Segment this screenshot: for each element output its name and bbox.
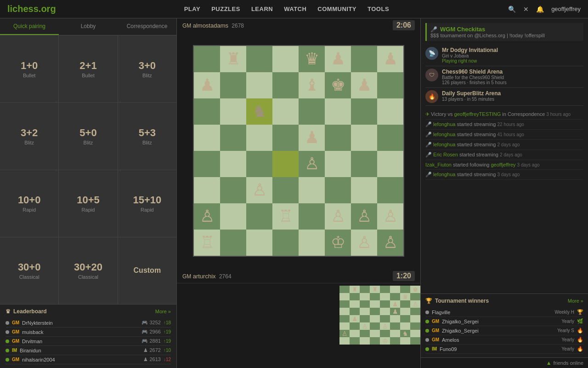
square-g2[interactable]: ♙ xyxy=(351,203,377,230)
puzzle-board[interactable]: ♜ ♜ ♚ ♛ ♟ xyxy=(339,286,420,345)
activity-link-6[interactable]: Izak_Fiuton xyxy=(425,162,452,167)
square-f2[interactable]: ♙ xyxy=(325,203,351,230)
square-b6[interactable] xyxy=(220,98,246,125)
square-c3[interactable]: ♙ xyxy=(246,177,272,203)
leaderboard-more[interactable]: More » xyxy=(155,309,171,314)
notification-icon[interactable]: 🔔 xyxy=(536,6,544,13)
square-b3[interactable] xyxy=(220,177,246,203)
square-e1[interactable] xyxy=(299,230,325,256)
square-a7[interactable]: ♟ xyxy=(194,72,220,98)
game-mode-5-0[interactable]: 5+0Blitz xyxy=(59,103,117,169)
square-a5[interactable] xyxy=(194,125,220,151)
featured-stream[interactable]: 🎤 WGM Checkitas $$$ tournament on @Liche… xyxy=(425,23,583,41)
search-icon[interactable]: 🔍 xyxy=(508,6,516,13)
square-c5[interactable] xyxy=(246,125,272,151)
square-h6[interactable] xyxy=(377,98,403,125)
square-d3[interactable] xyxy=(272,177,299,203)
square-e6[interactable] xyxy=(299,98,325,125)
friends-text[interactable]: friends online xyxy=(554,360,583,366)
challenge-icon[interactable]: ✕ xyxy=(523,6,529,13)
square-h3[interactable] xyxy=(377,177,403,203)
square-c2[interactable] xyxy=(246,203,272,230)
square-c6[interactable]: ♞ xyxy=(246,98,272,125)
square-h2[interactable]: ♙ xyxy=(377,203,403,230)
activity-link-3[interactable]: lefonghua xyxy=(433,132,455,137)
square-c4[interactable] xyxy=(246,151,272,177)
lb-name-1[interactable]: DrNykterstein xyxy=(22,320,139,326)
activity-link-6b[interactable]: geoffjeffrey xyxy=(491,162,515,167)
square-d6[interactable] xyxy=(272,98,299,125)
lb-name-3[interactable]: Drvitman xyxy=(22,339,139,344)
square-b5[interactable] xyxy=(220,125,246,151)
square-g8[interactable] xyxy=(351,46,377,72)
square-f3[interactable] xyxy=(325,177,351,203)
game-mode-15-10[interactable]: 15+10Rapid xyxy=(118,170,176,237)
square-g3[interactable] xyxy=(351,177,377,203)
game-mode-custom[interactable]: Custom xyxy=(118,237,176,304)
event-daily-blitz[interactable]: 🔥 Daily SuperBlitz Arena 13 players · in… xyxy=(425,88,583,106)
square-d8[interactable] xyxy=(272,46,299,72)
nav-watch[interactable]: WATCH xyxy=(284,6,306,12)
square-c7[interactable] xyxy=(246,72,272,98)
square-c1[interactable] xyxy=(246,230,272,256)
lb-name-5[interactable]: nihalsarin2004 xyxy=(22,357,141,362)
tw-name-5[interactable]: Funo09 xyxy=(440,346,559,352)
username[interactable]: geoffjeffrey xyxy=(551,6,581,12)
square-d7[interactable] xyxy=(272,72,299,98)
square-b4[interactable] xyxy=(220,151,246,177)
square-f1[interactable]: ♔ xyxy=(325,230,351,256)
game-mode-30-20[interactable]: 30+20Classical xyxy=(59,237,117,304)
square-f4[interactable] xyxy=(325,151,351,177)
square-a8[interactable] xyxy=(194,46,220,72)
square-e7[interactable]: ♝ xyxy=(299,72,325,98)
square-d4[interactable] xyxy=(272,151,299,177)
bottom-player-username[interactable]: arturchix xyxy=(193,273,216,280)
lb-name-4[interactable]: Biranidun xyxy=(20,348,141,353)
square-h5[interactable] xyxy=(377,125,403,151)
square-b1[interactable] xyxy=(220,230,246,256)
square-e4[interactable]: ♙ xyxy=(299,151,325,177)
square-h8[interactable]: ♟ xyxy=(377,46,403,72)
activity-link-7[interactable]: lefonghua xyxy=(433,172,455,177)
game-mode-3-0[interactable]: 3+0Blitz xyxy=(118,35,176,102)
square-a1[interactable]: ♖ xyxy=(194,230,220,256)
lb-name-2[interactable]: muisback xyxy=(22,329,139,335)
top-player-username[interactable]: almostadams xyxy=(193,22,228,29)
game-mode-1-0[interactable]: 1+0Bullet xyxy=(0,35,58,102)
square-g1[interactable]: ♙ xyxy=(351,230,377,256)
tw-name-2[interactable]: Zhigalko_Sergei xyxy=(442,319,559,324)
nav-learn[interactable]: LEARN xyxy=(251,6,273,12)
square-c8[interactable] xyxy=(246,46,272,72)
game-mode-2-1[interactable]: 2+1Bullet xyxy=(59,35,117,102)
square-a3[interactable] xyxy=(194,177,220,203)
square-f6[interactable] xyxy=(325,98,351,125)
tournament-more[interactable]: More » xyxy=(568,298,583,304)
square-f8[interactable]: ♟ xyxy=(325,46,351,72)
square-a2[interactable]: ♙ xyxy=(194,203,220,230)
game-mode-5-3[interactable]: 5+3Blitz xyxy=(118,103,176,169)
tab-lobby[interactable]: Lobby xyxy=(59,18,118,35)
nav-play[interactable]: PLAY xyxy=(184,6,200,12)
square-h7[interactable] xyxy=(377,72,403,98)
activity-link-5[interactable]: Eric Rosen xyxy=(433,152,458,157)
square-g6[interactable] xyxy=(351,98,377,125)
square-b8[interactable]: ♜ xyxy=(220,46,246,72)
square-d5[interactable] xyxy=(272,125,299,151)
square-f5[interactable] xyxy=(325,125,351,151)
nav-community[interactable]: COMMUNITY xyxy=(317,6,356,12)
chess-board[interactable]: ♜ ♛ ♟ ♟ ♟ ♝ ♚ ♟ xyxy=(193,45,404,257)
square-e2[interactable] xyxy=(299,203,325,230)
square-g5[interactable] xyxy=(351,125,377,151)
game-mode-10-0[interactable]: 10+0Rapid xyxy=(0,170,58,237)
square-a4[interactable] xyxy=(194,151,220,177)
tw-name-1[interactable]: Flagville xyxy=(432,310,552,315)
game-mode-30-0[interactable]: 30+0Classical xyxy=(0,237,58,304)
square-d1[interactable] xyxy=(272,230,299,256)
game-mode-10-5[interactable]: 10+5Rapid xyxy=(59,170,117,237)
square-e3[interactable] xyxy=(299,177,325,203)
game-mode-3-2[interactable]: 3+2Blitz xyxy=(0,103,58,169)
square-g4[interactable] xyxy=(351,151,377,177)
square-e8[interactable]: ♛ xyxy=(299,46,325,72)
square-d2[interactable]: ♖ xyxy=(272,203,299,230)
activity-link-1[interactable]: geoffjeffreyTESTING xyxy=(454,111,501,117)
